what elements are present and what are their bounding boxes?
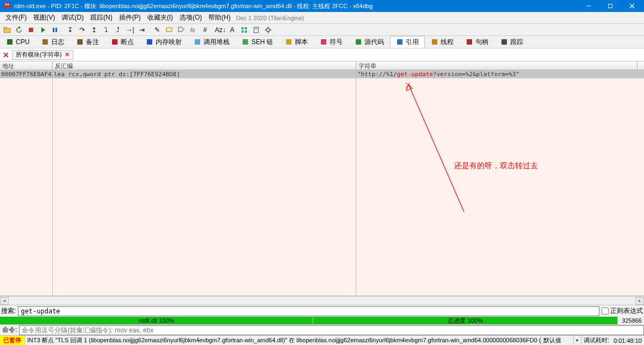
annotation-overlay: 还是有的呀，双击转过去 [356,70,644,295]
svg-rect-30 [195,39,200,45]
tab-label: 调用堆栈 [203,38,230,47]
toolbar-stop-icon[interactable] [25,24,37,35]
svg-rect-26 [42,39,48,45]
view-tab[interactable]: 备注 [70,36,105,48]
toolbar-pause-icon[interactable] [49,24,61,35]
document-tab-label: 所有模块(字符串) [16,51,61,59]
toolbar-comment-icon[interactable] [163,24,175,35]
svg-rect-29 [147,39,152,45]
scroll-right-icon[interactable]: ▸ [635,297,644,305]
menu-item[interactable]: 视图(V) [30,13,58,22]
view-tab[interactable]: 内存映射 [140,36,188,48]
col-header-string[interactable]: 字符串 [356,61,637,70]
toolbar-hash-icon[interactable]: # [199,24,211,35]
svg-rect-14 [242,27,244,29]
view-tab[interactable]: 线程 [425,36,460,48]
string-prefix: "http://%1/ [357,71,397,78]
menu-item[interactable]: 帮助(H) [205,13,234,22]
toolbar-run-icon[interactable] [37,24,49,35]
table-cell[interactable]: "http://%1/get-update?version=%2&platfor… [356,70,644,78]
svg-rect-17 [245,30,247,33]
toolbar-step-out-icon[interactable]: ↥ [88,24,100,35]
view-tab[interactable]: 跟踪 [494,36,529,48]
tab-icon [194,38,201,46]
view-tab[interactable]: 符号 [314,36,349,48]
annotation-text: 还是有的呀，双击转过去 [454,161,538,171]
tab-label: SEH 链 [251,38,273,47]
status-message: INT3 断点 "TLS 回调 1 (libopenblas.noijjjg62… [25,336,541,345]
search-input[interactable] [18,306,599,316]
horizontal-scrollbar[interactable]: ◂ ▸ [0,296,644,305]
view-tab[interactable]: SEH 链 [236,36,279,48]
view-tab[interactable]: CPU [0,36,35,48]
toolbar-refresh-icon[interactable] [13,24,25,35]
document-tab-close-icon[interactable]: ✕ [65,51,70,58]
scroll-track[interactable] [9,297,635,305]
regex-checkbox[interactable] [602,307,609,315]
progress-right-text: 总进度 100% [313,317,617,324]
svg-rect-35 [397,39,403,45]
toolbar-run-to-icon[interactable]: →| [124,24,136,35]
toolbar-settings-icon[interactable] [262,24,274,35]
progress-left-text: ntdll.dll 100% [0,317,313,324]
svg-rect-36 [432,39,437,45]
view-tab[interactable]: 句柄 [460,36,494,48]
tab-icon [431,38,438,46]
view-tab[interactable]: 调用堆栈 [188,36,236,48]
menu-item[interactable]: 调试(D) [58,13,87,22]
close-all-tabs-icon[interactable]: ✕ [0,49,12,61]
table-cell[interactable]: 00007FF76E8AF439 [0,70,52,78]
tab-label: 脚本 [295,38,308,47]
toolbar-step-into-icon[interactable]: ↧ [64,24,76,35]
document-tab[interactable]: 所有模块(字符串) ✕ [12,50,73,60]
svg-rect-27 [77,39,83,45]
regex-checkbox-label: 正则表达式 [610,306,643,316]
svg-point-2 [8,4,9,5]
view-tab[interactable]: 日志 [35,36,70,48]
col-header-address[interactable]: 地址 [0,61,53,70]
regex-checkbox-wrap[interactable]: 正则表达式 [602,306,643,316]
toolbar-run-till-icon[interactable]: ⇥ [136,24,148,35]
maximize-button[interactable] [599,0,621,12]
command-input[interactable] [19,325,644,335]
close-button[interactable] [621,0,643,12]
minimize-button[interactable] [578,0,599,12]
menu-item[interactable]: 跟踪(N) [87,13,116,22]
menu-item[interactable]: 文件(F) [2,13,30,22]
menu-item[interactable]: 收藏夹(I) [144,13,176,22]
tab-label: 符号 [330,38,343,47]
menu-item[interactable]: 插件(P) [116,13,144,22]
toolbar-strings-icon[interactable]: A [226,24,238,35]
col-header-disasm[interactable]: 反汇编 [53,61,356,70]
svg-text:fx: fx [190,27,195,33]
toolbar-label-icon[interactable] [175,24,187,35]
toolbar-patch-icon[interactable]: ✎ [151,24,163,35]
table-cell[interactable]: lea rcx,qword ptr ds:[7FF76E924BD8] [53,70,356,78]
svg-rect-25 [7,39,13,45]
menu-item[interactable]: 选项(O) [176,13,205,22]
toolbar-calc-icon[interactable] [250,24,262,35]
toolbar-modules-icon[interactable] [238,24,250,35]
view-tab[interactable]: 源代码 [349,36,390,48]
toolbar-search-icon[interactable]: Az↓ [214,24,226,35]
progress-left: ntdll.dll 100% [0,317,313,324]
window-title: rdm-old.exe - PID: 2F1C - 模块: libopenbla… [14,2,578,10]
svg-rect-9 [29,28,33,32]
toolbar-folder-icon[interactable] [1,24,13,35]
command-label: 命令: [0,325,19,335]
view-tab[interactable]: 引用 [390,36,425,48]
toolbar-bookmark-icon[interactable]: fx [187,24,199,35]
toolbar-trace-into-icon[interactable]: ⤵ [100,24,112,35]
scroll-left-icon[interactable]: ◂ [0,297,9,305]
view-tab[interactable]: 脚本 [279,36,314,48]
string-suffix: ?version=%2&platform=%3" [433,71,519,78]
svg-rect-16 [242,30,244,33]
svg-rect-4 [609,4,612,8]
toolbar-trace-over-icon[interactable]: ⤴ [112,24,124,35]
toolbar-step-over-icon[interactable]: ↷ [76,24,88,35]
tab-icon [466,38,473,46]
view-tab[interactable]: 断点 [105,36,140,48]
app-icon [3,2,12,10]
svg-rect-15 [245,27,247,29]
status-dropdown-icon[interactable]: ▾ [574,336,581,345]
